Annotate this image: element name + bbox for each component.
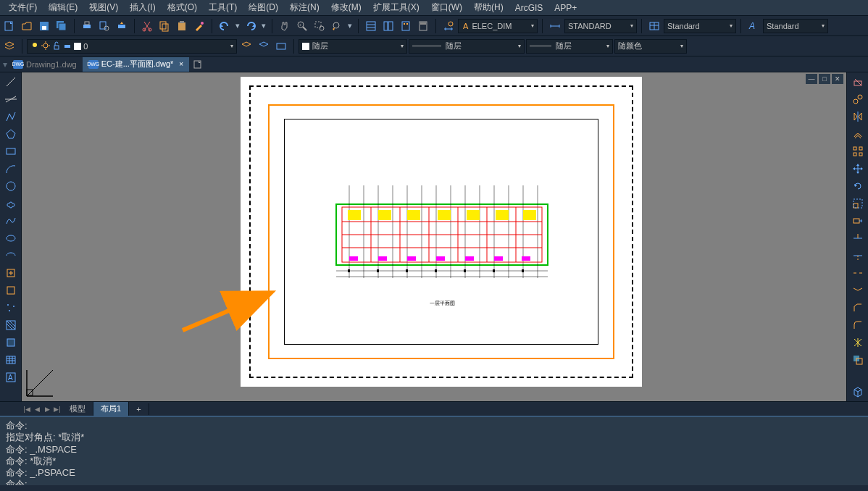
trim-icon[interactable] xyxy=(850,230,866,246)
menu-window[interactable]: 窗口(W) xyxy=(425,0,468,15)
maximize-button[interactable]: □ xyxy=(819,74,830,84)
polyline-icon[interactable] xyxy=(3,109,19,125)
zoom-previous-icon[interactable] xyxy=(329,18,345,34)
layer-states-icon[interactable] xyxy=(256,38,272,54)
copy-obj-icon[interactable] xyxy=(850,91,866,107)
layout1-tab[interactable]: 布局1 xyxy=(93,402,129,416)
menu-draw[interactable]: 绘图(D) xyxy=(243,0,284,15)
explode-icon[interactable] xyxy=(850,335,866,351)
insert-block-icon[interactable] xyxy=(3,265,19,281)
zoom-realtime-icon[interactable]: + xyxy=(294,18,310,34)
rotate-icon[interactable] xyxy=(850,178,866,194)
join-icon[interactable] xyxy=(850,282,866,298)
print-preview-icon[interactable] xyxy=(96,18,112,34)
plotstyle-dropdown[interactable]: 随颜色▾ xyxy=(614,39,687,54)
tab-nav-first[interactable]: |◀ xyxy=(22,403,32,415)
textstyle-icon[interactable]: A xyxy=(746,18,761,34)
ellipse-icon[interactable] xyxy=(3,230,19,246)
file-tab-ec[interactable]: DWG EC-建...平面图.dwg* × xyxy=(83,57,189,72)
color-dropdown[interactable]: 随层▾ xyxy=(299,39,407,54)
make-block-icon[interactable] xyxy=(3,282,19,298)
new-tab-button[interactable] xyxy=(189,57,208,72)
dimension-icon[interactable] xyxy=(547,18,563,34)
point-icon[interactable] xyxy=(3,300,19,316)
textstyle-dropdown[interactable]: Standard▾ xyxy=(763,19,828,33)
undo-icon[interactable] xyxy=(217,18,233,34)
menu-insert[interactable]: 插入(I) xyxy=(124,0,161,15)
ellipse-arc-icon[interactable] xyxy=(3,248,19,264)
calculator-icon[interactable] xyxy=(415,18,431,34)
table-icon[interactable] xyxy=(3,352,19,368)
move-icon[interactable] xyxy=(850,161,866,177)
arc-icon[interactable] xyxy=(3,161,19,177)
polygon-icon[interactable] xyxy=(3,126,19,142)
spline-icon[interactable] xyxy=(3,213,19,229)
add-layout-tab[interactable]: + xyxy=(129,403,149,415)
lineweight-dropdown[interactable]: 随层▾ xyxy=(526,39,613,54)
file-tab-drawing1[interactable]: DWG Drawing1.dwg xyxy=(7,57,83,72)
model-tab[interactable]: 模型 xyxy=(62,402,93,416)
tablestyle-dropdown[interactable]: Standard▾ xyxy=(664,19,736,33)
menu-dimension[interactable]: 标注(N) xyxy=(284,0,325,15)
construction-line-icon[interactable] xyxy=(3,91,19,107)
offset-icon[interactable] xyxy=(850,126,866,142)
dropdown-arrow-icon[interactable]: ▾ xyxy=(234,21,241,30)
menu-arcgis[interactable]: ArcGIS xyxy=(509,1,549,14)
fillet-icon[interactable] xyxy=(850,317,866,333)
tab-nav-next[interactable]: ▶ xyxy=(42,403,52,415)
viewcube-icon[interactable] xyxy=(850,384,866,400)
dimstyle-dropdown[interactable]: A ELEC_DIM▾ xyxy=(458,19,538,33)
menu-express[interactable]: 扩展工具(X) xyxy=(367,0,425,15)
copy-icon[interactable] xyxy=(157,18,172,34)
tab-handle-icon[interactable]: ▾ xyxy=(1,59,7,70)
print-icon[interactable] xyxy=(79,18,95,34)
command-window[interactable]: 命令: 指定对角点: *取消* 命令: _.MSPACE 命令: *取消* 命令… xyxy=(0,416,868,485)
cut-icon[interactable] xyxy=(139,18,155,34)
menu-format[interactable]: 格式(O) xyxy=(162,0,203,15)
paste-icon[interactable] xyxy=(174,18,190,34)
menu-tools[interactable]: 工具(T) xyxy=(203,0,243,15)
dimstyle-browse-icon[interactable] xyxy=(441,18,456,34)
tab-nav-prev[interactable]: ◀ xyxy=(32,403,42,415)
break-icon[interactable] xyxy=(850,265,866,281)
revcloud-icon[interactable] xyxy=(3,196,19,211)
layer-previous-icon[interactable] xyxy=(238,38,254,54)
menu-help[interactable]: 帮助(H) xyxy=(468,0,509,15)
erase-icon[interactable] xyxy=(850,74,866,90)
designcenter-icon[interactable] xyxy=(380,18,396,34)
scale-icon[interactable] xyxy=(850,196,866,211)
save-icon[interactable] xyxy=(36,18,52,34)
mirror-icon[interactable] xyxy=(850,109,866,125)
array-icon[interactable] xyxy=(850,143,866,159)
zoom-window-icon[interactable] xyxy=(312,18,327,34)
toolpalette-icon[interactable] xyxy=(398,18,414,34)
layer-dropdown[interactable]: 0 ▾ xyxy=(27,39,237,54)
tab-nav-last[interactable]: ▶| xyxy=(52,403,62,415)
menu-view[interactable]: 视图(V) xyxy=(83,0,124,15)
minimize-button[interactable]: — xyxy=(806,74,817,84)
menu-file[interactable]: 文件(F) xyxy=(3,0,43,15)
chamfer-icon[interactable] xyxy=(850,300,866,316)
saveall-icon[interactable] xyxy=(54,18,70,34)
line-icon[interactable] xyxy=(3,74,19,90)
dropdown-arrow-icon[interactable]: ▾ xyxy=(346,21,354,30)
dimstandard-dropdown[interactable]: STANDARD▾ xyxy=(564,19,637,33)
layer-manager-icon[interactable] xyxy=(1,38,17,54)
draworder-icon[interactable] xyxy=(850,352,866,368)
redo-icon[interactable] xyxy=(243,18,259,34)
properties-icon[interactable] xyxy=(363,18,379,34)
drawing-canvas[interactable]: — □ ✕ xyxy=(22,72,846,401)
mtext-icon[interactable]: A xyxy=(3,369,19,385)
linetype-dropdown[interactable]: 随层▾ xyxy=(409,39,525,54)
region-icon[interactable] xyxy=(3,335,19,351)
stretch-icon[interactable] xyxy=(850,213,866,229)
open-icon[interactable] xyxy=(19,18,35,34)
new-icon[interactable] xyxy=(1,18,17,34)
menu-modify[interactable]: 修改(M) xyxy=(325,0,367,15)
rectangle-icon[interactable] xyxy=(3,143,19,159)
dropdown-arrow-icon[interactable]: ▾ xyxy=(260,21,267,30)
publish-icon[interactable] xyxy=(114,18,130,34)
extend-icon[interactable] xyxy=(850,248,866,264)
hatch-icon[interactable] xyxy=(3,317,19,333)
menu-appplus[interactable]: APP+ xyxy=(548,1,583,14)
